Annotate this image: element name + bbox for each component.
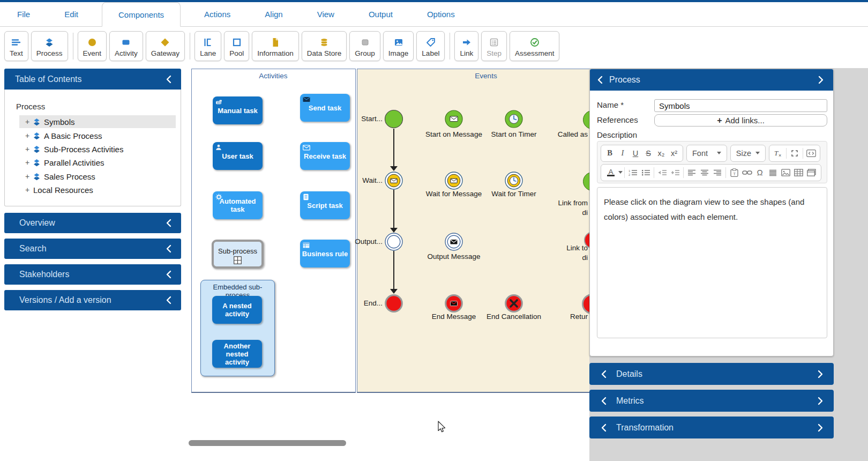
process-panel-header[interactable]: Process [590,69,833,91]
tree-expander[interactable]: + [24,131,31,140]
tree-item-sales-process[interactable]: + Sales Process [19,170,176,183]
subscript-button[interactable]: x₂ [655,146,668,160]
event-start-on-timer[interactable] [503,108,525,132]
shape-nested-activity-1[interactable]: A nested activity [212,296,262,324]
horizontal-scrollbar-thumb[interactable] [189,440,346,446]
add-links-button[interactable]: + Add links... [654,114,827,127]
collapse-left-icon[interactable] [601,423,608,432]
decrease-indent-icon[interactable] [656,166,669,180]
toolbar-button-step[interactable]: Step [481,31,507,61]
tree-expander[interactable]: + [24,145,31,153]
event-end[interactable] [383,293,405,316]
iframe-icon[interactable] [805,166,818,180]
menu-item-actions[interactable]: Actions [197,2,238,26]
tree-expander[interactable]: + [24,158,31,167]
text-color-button[interactable]: A [604,166,617,180]
remove-format-button[interactable]: T× [772,146,784,160]
toolbar-button-process[interactable]: Process [31,31,68,61]
collapse-left-icon[interactable] [601,397,608,405]
details-panel-header[interactable]: Details [589,363,834,385]
expand-right-icon[interactable] [818,423,824,432]
toc-panel-header[interactable]: Table of Contents [4,69,181,90]
insert-link-icon[interactable] [740,166,753,180]
collapse-left-icon[interactable] [166,296,173,304]
shape-receive-task[interactable]: Receive task [300,142,350,170]
tree-item-symbols[interactable]: + Symbols [19,115,176,128]
event-start-on-message[interactable] [443,108,465,132]
collapse-left-icon[interactable] [597,76,604,84]
shape-manual-task[interactable]: Manual task [213,96,263,124]
shape-nested-activity-2[interactable]: Another nested activity [212,340,262,368]
name-input[interactable] [654,99,827,112]
align-left-icon[interactable] [685,166,698,180]
tree-item-local-resources[interactable]: + Local Resources [19,183,176,196]
toolbar-button-lane[interactable]: Lane [194,31,221,61]
increase-indent-icon[interactable] [669,166,682,180]
superscript-button[interactable]: x² [668,146,680,160]
tree-item-sub-process-activities[interactable]: + Sub-Process Activities [19,143,176,155]
toolbar-button-data-store[interactable]: Data Store [302,31,347,61]
maximize-icon[interactable] [788,146,801,160]
collapse-left-icon[interactable] [166,219,173,227]
paste-template-icon[interactable]: T [728,166,740,180]
toolbar-button-text[interactable]: Text [4,31,28,61]
insert-image-icon[interactable] [779,166,792,180]
collapse-left-icon[interactable] [166,244,173,253]
toolbar-button-assessment[interactable]: Assessment [510,31,560,61]
event-output-message[interactable] [443,231,465,255]
tree-item-parallel-activities[interactable]: + Parallel Activities [19,156,176,169]
toolbar-button-image[interactable]: Image [383,31,414,61]
sidebar-panel-stakeholders[interactable]: Stakeholders [4,264,181,285]
sidebar-panel-search[interactable]: Search [4,239,181,259]
tree-expander[interactable]: + [24,185,31,194]
strikethrough-button[interactable]: S [642,146,655,160]
toolbar-button-event[interactable]: Event [78,31,107,61]
menu-item-output[interactable]: Output [361,2,400,26]
toolbar-button-information[interactable]: Information [252,31,299,61]
toolbar-button-activity[interactable]: Activity [109,31,143,61]
numbered-list-icon[interactable]: 12 [626,166,639,180]
collapse-left-icon[interactable] [601,370,608,378]
horizontal-rule-icon[interactable] [766,166,779,180]
source-code-icon[interactable] [805,146,818,160]
toolbar-button-pool[interactable]: Pool [224,31,249,61]
expand-right-icon[interactable] [818,76,825,84]
special-char-button[interactable]: Ω [753,166,766,180]
bullet-list-icon[interactable] [639,166,652,180]
tree-expander[interactable]: + [24,117,31,126]
underline-button[interactable]: U [629,146,642,160]
bold-button[interactable]: B [603,146,616,160]
expand-right-icon[interactable] [818,370,824,378]
menu-item-edit[interactable]: Edit [57,2,86,26]
expand-right-icon[interactable] [818,397,824,405]
italic-button[interactable]: I [616,146,629,160]
toolbar-button-group[interactable]: Group [349,31,380,61]
tree-root-label[interactable]: Process [16,102,45,111]
collapse-left-icon[interactable] [166,270,173,279]
tree-item-a-basic-process[interactable]: + A Basic Process [19,129,176,142]
shape-sub-process[interactable]: Sub-process [212,240,264,269]
collapse-left-icon[interactable] [166,75,173,84]
sidebar-panel-overview[interactable]: Overview [4,213,181,233]
font-dropdown[interactable]: Font [686,145,727,162]
toolbar-button-link[interactable]: Link [454,31,478,61]
shape-automated-task[interactable]: Automated task [213,191,263,219]
sidebar-panel-versions[interactable]: Versions / Add a version [4,290,181,310]
menu-tab-components-active[interactable]: Components [102,2,181,27]
menu-item-options[interactable]: Options [420,2,462,26]
size-dropdown[interactable]: Size [730,145,766,162]
shape-user-task[interactable]: User task [213,142,263,170]
transformation-panel-header[interactable]: Transformation [589,417,834,438]
description-editor-body[interactable]: Please click on the diagram view to see … [597,187,827,338]
toolbar-button-label[interactable]: Label [416,31,445,61]
menu-item-view[interactable]: View [310,2,342,26]
toolbar-button-gateway[interactable]: Gateway [146,31,185,61]
tree-expander[interactable]: + [24,172,31,181]
shape-script-task[interactable]: Script task [300,191,350,219]
menu-item-align[interactable]: Align [257,2,290,26]
align-right-icon[interactable] [711,166,724,180]
metrics-panel-header[interactable]: Metrics [589,390,834,412]
align-center-icon[interactable] [698,166,711,180]
menu-item-file[interactable]: File [10,2,38,26]
insert-table-icon[interactable] [792,166,805,180]
